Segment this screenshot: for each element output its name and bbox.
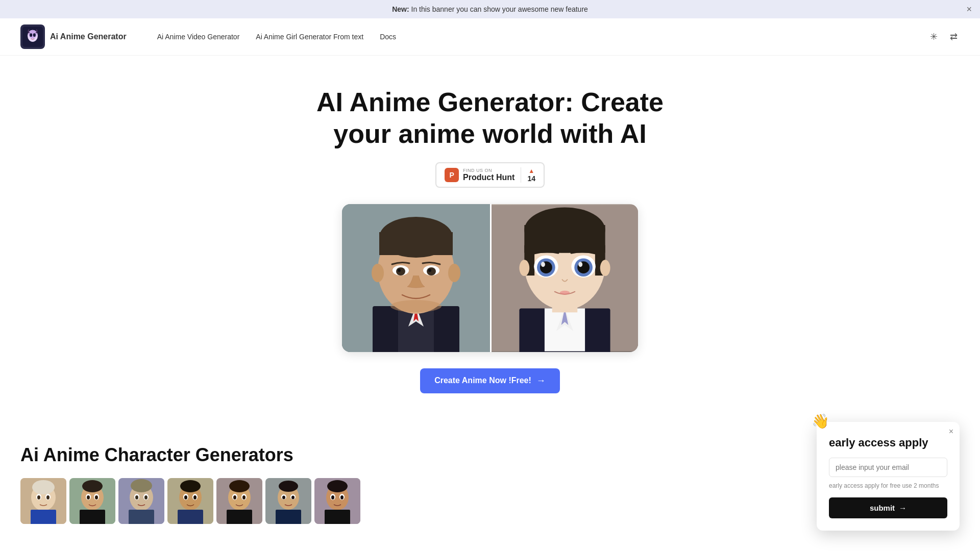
- banner-text: New: In this banner you can show your aw…: [392, 5, 588, 13]
- nav-right: ✳ ⇄: [928, 29, 960, 44]
- svg-point-20: [398, 269, 401, 272]
- nav-link-video[interactable]: Ai Anime Video Generator: [157, 33, 240, 41]
- popup-submit-button[interactable]: submit →: [829, 497, 947, 518]
- demo-anime-photo: [490, 204, 638, 352]
- translate-icon: ⇄: [950, 32, 958, 42]
- ph-badge[interactable]: P FIND US ON Product Hunt ▲ 14: [435, 162, 545, 188]
- svg-point-82: [233, 495, 236, 499]
- svg-point-40: [541, 262, 545, 267]
- svg-rect-31: [524, 225, 605, 253]
- logo-image: [20, 24, 45, 49]
- svg-point-75: [193, 495, 197, 499]
- svg-rect-68: [129, 510, 154, 524]
- svg-point-51: [46, 495, 50, 499]
- demo-image: [342, 204, 638, 352]
- banner-new: New:: [392, 5, 409, 13]
- svg-rect-100: [325, 510, 350, 524]
- svg-point-79: [229, 480, 250, 492]
- email-input[interactable]: [829, 458, 947, 477]
- settings-icon-button[interactable]: ✳: [928, 29, 940, 44]
- svg-point-41: [578, 262, 582, 267]
- svg-point-2: [29, 30, 37, 39]
- svg-rect-84: [227, 510, 252, 524]
- popup-close-button[interactable]: ×: [949, 427, 953, 436]
- svg-point-91: [291, 495, 295, 499]
- svg-point-95: [327, 480, 348, 492]
- svg-point-3: [30, 33, 32, 37]
- svg-point-21: [428, 269, 431, 272]
- popup-title: early access apply: [829, 436, 947, 449]
- cta-label: Create Anime Now !Free!: [434, 376, 531, 385]
- popup-hint: early access apply for free use 2 months: [829, 482, 947, 489]
- character-thumb-5[interactable]: [216, 478, 262, 524]
- demo-original-photo: [342, 204, 490, 352]
- ph-text: FIND US ON Product Hunt: [463, 168, 514, 182]
- svg-point-71: [180, 480, 201, 492]
- banner-body: In this banner you can show your awesome…: [409, 5, 588, 13]
- navbar: Ai Anime Generator Ai Anime Video Genera…: [0, 18, 980, 56]
- ph-name-label: Product Hunt: [463, 173, 514, 182]
- cta-button[interactable]: Create Anime Now !Free! →: [420, 368, 560, 393]
- character-thumb-7[interactable]: [314, 478, 360, 524]
- svg-point-67: [144, 495, 148, 499]
- svg-point-74: [184, 495, 187, 499]
- svg-rect-13: [379, 232, 453, 255]
- ph-upvote-icon: ▲: [528, 167, 534, 174]
- ph-vote-count: 14: [527, 174, 535, 183]
- nav-link-docs[interactable]: Docs: [380, 33, 396, 41]
- svg-point-22: [390, 300, 442, 312]
- character-thumb-3[interactable]: [118, 478, 164, 524]
- submit-label: submit: [870, 504, 895, 512]
- submit-arrow-icon: →: [899, 504, 906, 512]
- svg-point-87: [279, 481, 298, 492]
- svg-point-99: [340, 495, 344, 499]
- svg-point-83: [242, 495, 246, 499]
- wave-emoji: 👋: [812, 413, 829, 430]
- logo-link[interactable]: Ai Anime Generator: [20, 24, 127, 49]
- svg-point-55: [82, 480, 103, 492]
- character-thumb-1[interactable]: [20, 478, 66, 524]
- svg-point-19: [427, 267, 436, 276]
- svg-point-63: [131, 479, 152, 492]
- hero-section: AI Anime Generator: Create your anime wo…: [0, 56, 980, 444]
- character-thumb-6[interactable]: [265, 478, 311, 524]
- svg-rect-52: [31, 510, 56, 524]
- svg-point-98: [331, 495, 334, 499]
- svg-point-50: [37, 495, 40, 499]
- svg-point-18: [396, 267, 405, 276]
- svg-point-66: [135, 495, 138, 499]
- svg-rect-76: [178, 510, 203, 524]
- settings-icon: ✳: [930, 32, 938, 42]
- svg-rect-60: [80, 510, 105, 524]
- ph-find-label: FIND US ON: [463, 168, 492, 173]
- character-thumb-4[interactable]: [167, 478, 213, 524]
- announcement-banner: New: In this banner you can show your aw…: [0, 0, 980, 18]
- svg-point-58: [87, 495, 90, 499]
- early-access-popup: 👋 × early access apply early access appl…: [817, 422, 960, 524]
- svg-point-42: [560, 291, 570, 295]
- svg-rect-92: [276, 510, 301, 524]
- nav-link-girl[interactable]: Ai Anime Girl Generator From text: [256, 33, 363, 41]
- character-thumb-2[interactable]: [69, 478, 115, 524]
- nav-links: Ai Anime Video Generator Ai Anime Girl G…: [157, 33, 396, 41]
- ph-votes: ▲ 14: [521, 167, 535, 183]
- popup-card: 👋 × early access apply early access appl…: [817, 422, 960, 524]
- svg-point-15: [448, 264, 460, 282]
- banner-close-button[interactable]: ×: [966, 4, 972, 15]
- svg-point-59: [95, 495, 98, 499]
- svg-point-4: [33, 33, 36, 37]
- svg-point-14: [372, 264, 384, 282]
- svg-point-90: [282, 495, 285, 499]
- svg-point-44: [600, 260, 610, 276]
- svg-point-43: [519, 260, 529, 276]
- brand-name: Ai Anime Generator: [50, 32, 127, 41]
- svg-point-47: [32, 480, 55, 494]
- cta-arrow-icon: →: [536, 375, 546, 386]
- hero-title: AI Anime Generator: Create your anime wo…: [286, 86, 694, 150]
- translate-icon-button[interactable]: ⇄: [948, 29, 960, 44]
- ph-icon: P: [445, 168, 459, 182]
